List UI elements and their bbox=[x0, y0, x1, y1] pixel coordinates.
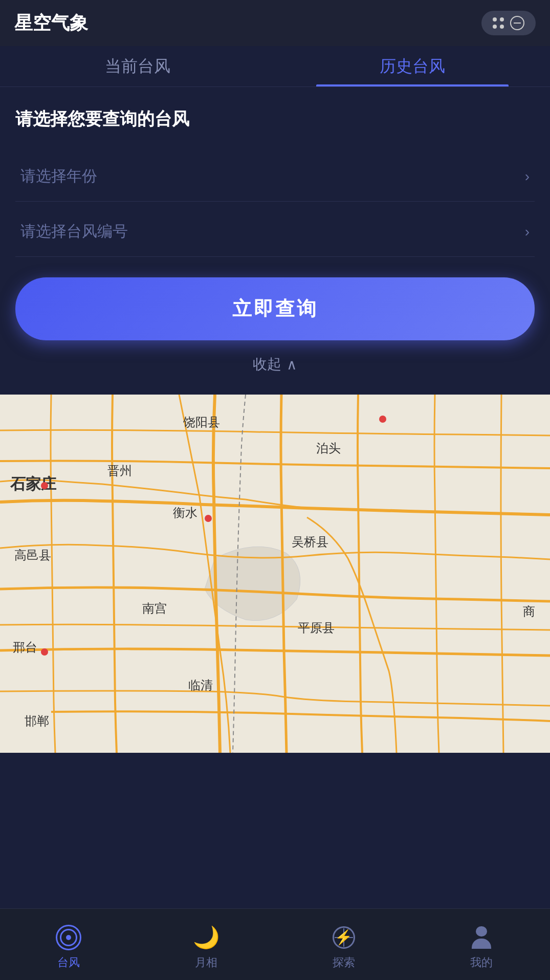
map-label-pingyuanxian: 平原县 bbox=[298, 620, 335, 636]
query-panel: 请选择您要查询的台风 请选择年份 › 请选择台风编号 › 立即查询 收起 ∧ bbox=[0, 87, 550, 395]
tab-history-typhoon[interactable]: 历史台风 bbox=[275, 46, 551, 86]
mine-nav-icon bbox=[468, 924, 495, 951]
map-dot-shijiazhuang bbox=[41, 482, 48, 489]
map-label-raoyangxian: 饶阳县 bbox=[183, 414, 220, 430]
user-icon bbox=[470, 926, 493, 949]
number-chevron-icon: › bbox=[525, 224, 530, 240]
map-dot-xingtai bbox=[41, 648, 48, 656]
dots-icon bbox=[493, 17, 504, 29]
map-label-botou: 泊头 bbox=[316, 440, 341, 456]
moon-nav-icon: 🌙 bbox=[193, 924, 219, 951]
map-svg bbox=[0, 395, 550, 753]
nav-label-mine: 我的 bbox=[470, 955, 493, 970]
moon-icon: 🌙 bbox=[193, 927, 219, 948]
nav-label-typhoon: 台风 bbox=[57, 955, 80, 970]
query-button[interactable]: 立即查询 bbox=[15, 277, 535, 340]
typhoon-icon bbox=[56, 925, 81, 950]
nav-item-typhoon[interactable]: 台风 bbox=[0, 919, 138, 970]
nav-item-moon[interactable]: 🌙 月相 bbox=[138, 919, 275, 970]
header-action-button[interactable] bbox=[481, 11, 536, 35]
year-selector[interactable]: 请选择年份 › bbox=[15, 151, 535, 202]
typhoon-number-selector[interactable]: 请选择台风编号 › bbox=[15, 207, 535, 257]
nav-label-explore: 探索 bbox=[333, 955, 355, 970]
explore-nav-icon: ⚡ bbox=[331, 924, 357, 951]
app-title: 星空气象 bbox=[14, 11, 88, 36]
minus-circle-icon bbox=[510, 16, 524, 30]
map-dot-top-right bbox=[379, 416, 386, 423]
collapse-button[interactable]: 收起 ∧ bbox=[15, 355, 535, 379]
map-label-handan: 邯郸 bbox=[25, 713, 49, 729]
map-label-wuqiaoxian: 吴桥县 bbox=[292, 534, 328, 550]
map-label-gaoyixian: 高邑县 bbox=[14, 547, 51, 563]
map-label-hengshui: 衡水 bbox=[173, 505, 197, 521]
collapse-chevron-icon: ∧ bbox=[287, 356, 297, 373]
tab-bar: 当前台风 历史台风 bbox=[0, 46, 550, 87]
map-label-shijiazhuang: 石家庄 bbox=[10, 474, 56, 495]
map-label-linqing: 临清 bbox=[188, 677, 213, 693]
tab-current-typhoon[interactable]: 当前台风 bbox=[0, 46, 275, 86]
map-label-shang: 商 bbox=[523, 603, 535, 620]
map-label-jinzhou: 晋州 bbox=[107, 463, 132, 479]
bottom-navigation: 台风 🌙 月相 ⚡ 探索 我的 bbox=[0, 908, 550, 980]
collapse-label: 收起 bbox=[253, 355, 281, 374]
map-label-nangong: 南宫 bbox=[142, 600, 167, 617]
map-dot-hengshui bbox=[205, 515, 212, 522]
nav-item-mine[interactable]: 我的 bbox=[412, 919, 550, 970]
app-header: 星空气象 bbox=[0, 0, 550, 46]
explore-icon: ⚡ bbox=[332, 925, 356, 950]
number-placeholder: 请选择台风编号 bbox=[20, 221, 128, 242]
typhoon-nav-icon bbox=[55, 924, 82, 951]
map-label-xingtai: 邢台 bbox=[13, 639, 37, 656]
year-placeholder: 请选择年份 bbox=[20, 166, 97, 187]
nav-item-explore[interactable]: ⚡ 探索 bbox=[275, 919, 413, 970]
nav-label-moon: 月相 bbox=[195, 955, 217, 970]
map-area[interactable]: 石家庄 晋州 饶阳县 泊头 衡水 高邑县 吴桥县 南宫 邢台 平原县 商 临清 … bbox=[0, 395, 550, 753]
panel-instruction: 请选择您要查询的台风 bbox=[15, 107, 535, 131]
year-chevron-icon: › bbox=[525, 168, 530, 185]
